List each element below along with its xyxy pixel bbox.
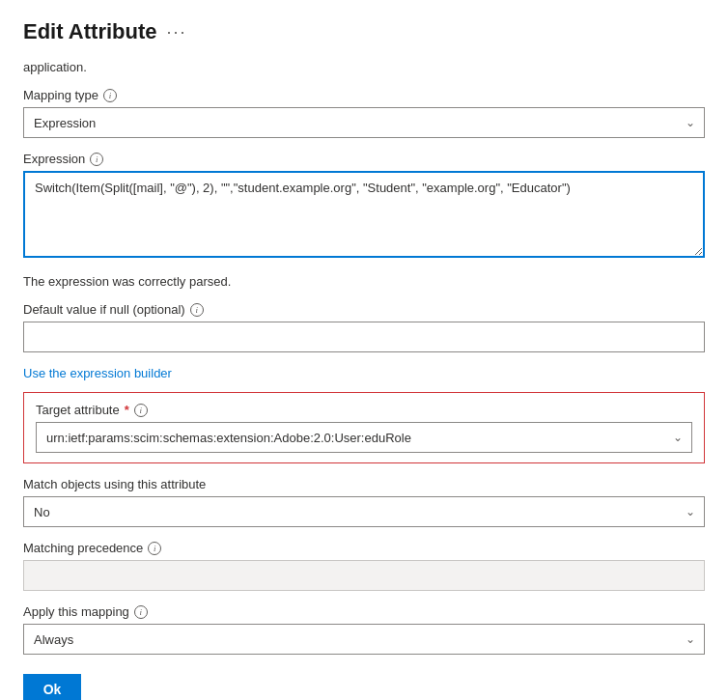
target-attribute-select-wrapper: urn:ietf:params:scim:schemas:extension:A… — [36, 422, 692, 453]
mapping-type-select-wrapper: Expression ⌄ — [23, 107, 705, 138]
apply-mapping-select[interactable]: Always Only during object creation Only … — [23, 624, 705, 655]
expression-group: Expression i Switch(Item(Split([mail], "… — [23, 152, 705, 261]
matching-precedence-group: Matching precedence i — [23, 541, 705, 591]
default-value-label: Default value if null (optional) i — [23, 302, 705, 317]
apply-mapping-label: Apply this mapping i — [23, 604, 705, 619]
target-attribute-label: Target attribute * i — [36, 403, 692, 417]
mapping-type-group: Mapping type i Expression ⌄ — [23, 88, 705, 138]
target-attribute-group: Target attribute * i urn:ietf:params:sci… — [36, 403, 692, 453]
matching-precedence-info-icon[interactable]: i — [148, 542, 161, 555]
apply-mapping-select-wrapper: Always Only during object creation Only … — [23, 624, 705, 655]
default-value-input[interactable] — [23, 322, 705, 352]
default-value-group: Default value if null (optional) i — [23, 302, 705, 352]
matching-precedence-label: Matching precedence i — [23, 541, 705, 555]
match-objects-label: Match objects using this attribute — [23, 477, 705, 491]
expression-textarea[interactable]: Switch(Item(Split([mail], "@"), 2), "","… — [23, 171, 705, 258]
page-title: Edit Attribute — [23, 19, 157, 44]
page-header: Edit Attribute ··· — [23, 19, 705, 44]
match-objects-select-wrapper: No Yes ⌄ — [23, 496, 705, 527]
apply-mapping-group: Apply this mapping i Always Only during … — [23, 604, 705, 655]
target-attribute-select[interactable]: urn:ietf:params:scim:schemas:extension:A… — [36, 422, 692, 453]
ok-button[interactable]: Ok — [23, 674, 81, 700]
target-attribute-info-icon[interactable]: i — [134, 404, 148, 417]
expression-label: Expression i — [23, 152, 705, 166]
subtitle-text: application. — [23, 60, 705, 74]
footer-actions: Ok — [23, 674, 705, 700]
match-objects-group: Match objects using this attribute No Ye… — [23, 477, 705, 527]
match-objects-select[interactable]: No Yes — [23, 496, 705, 527]
expression-builder-link[interactable]: Use the expression builder — [23, 366, 172, 380]
target-attribute-required: * — [125, 403, 129, 417]
matching-precedence-input — [23, 560, 705, 591]
expression-info-icon[interactable]: i — [90, 153, 103, 166]
parsed-message: The expression was correctly parsed. — [23, 274, 705, 289]
target-attribute-section: Target attribute * i urn:ietf:params:sci… — [23, 392, 705, 463]
apply-mapping-info-icon[interactable]: i — [134, 605, 148, 619]
mapping-type-select[interactable]: Expression — [23, 107, 705, 138]
more-options-icon[interactable]: ··· — [167, 22, 187, 42]
mapping-type-label: Mapping type i — [23, 88, 705, 102]
default-value-info-icon[interactable]: i — [190, 303, 204, 317]
mapping-type-info-icon[interactable]: i — [103, 89, 117, 102]
